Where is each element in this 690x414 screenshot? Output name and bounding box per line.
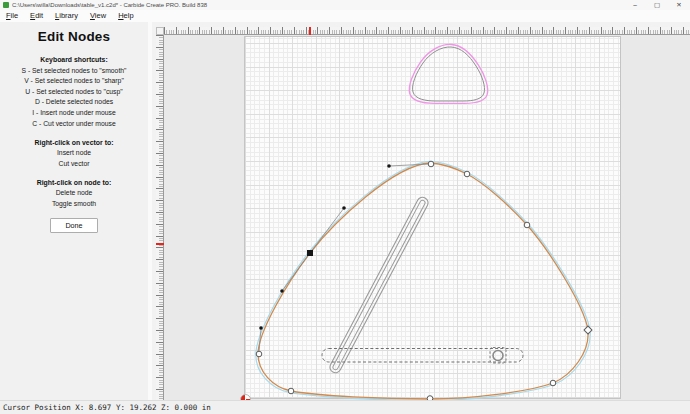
vector-context-heading: Right-click on vector to: [0,139,148,146]
shortcut-cusp: U - Set selected nodes to "cusp" [0,88,148,95]
path-node[interactable] [550,380,556,386]
handle-dot[interactable] [259,326,263,330]
window-controls: – ▢ ✕ [624,0,690,10]
path-node[interactable] [428,161,434,167]
node-context-heading: Right-click on node to: [0,179,148,186]
shortcuts-heading: Keyboard shortcuts: [0,56,148,63]
vertical-ruler [156,35,164,400]
design-canvas[interactable] [152,22,690,400]
vector-action-insert-node: Insert node [0,149,148,156]
shortcut-smooth: S - Set selected nodes to "smooth" [0,67,148,74]
node-handle-line[interactable] [389,164,429,166]
ruler-corner [156,27,164,35]
done-button[interactable]: Done [50,218,97,233]
status-bar: Cursor Position X: 8.697 Y: 19.262 Z: 0.… [0,400,690,414]
cursor-x-marker [309,27,311,35]
path-node[interactable] [524,222,530,228]
menu-help[interactable]: Help [112,10,139,22]
menu-library[interactable]: Library [49,10,84,22]
node-handle-line[interactable] [282,253,310,291]
slot-circle[interactable] [493,351,503,361]
handle-dot[interactable] [387,164,391,168]
shortcut-sharp: V - Set selected nodes to "sharp" [0,77,148,84]
small-pick-outline[interactable] [413,47,485,101]
node-action-delete-node: Delete node [0,189,148,196]
cursor-position-readout: Cursor Position X: 8.697 Y: 19.262 Z: 0.… [3,403,211,412]
node-action-toggle-smooth: Toggle smooth [0,200,148,207]
close-button[interactable]: ✕ [668,0,690,10]
minimize-button[interactable]: – [624,0,646,10]
selected-node[interactable] [307,250,313,256]
shortcut-delete: D - Delete selected nodes [0,98,148,105]
panel-title: Edit Nodes [0,29,148,44]
vector-main-outline[interactable] [258,163,588,399]
edit-nodes-panel: Edit Nodes Keyboard shortcuts: S - Set s… [0,22,148,400]
window-title: C:\Users\willa\Downloads\table_v1.c2d* -… [12,0,624,10]
path-node[interactable] [288,388,294,394]
menu-view[interactable]: View [84,10,112,22]
small-pick-highlight-outline[interactable] [409,44,487,103]
maximize-button[interactable]: ▢ [646,0,668,10]
handle-dot[interactable] [280,289,284,293]
shortcut-cut: C - Cut vector under mouse [0,120,148,127]
vector-action-cut-vector: Cut vector [0,160,148,167]
cursor-y-marker [156,243,164,245]
node-handle-line[interactable] [310,208,344,253]
path-node[interactable] [256,351,262,357]
menu-file[interactable]: File [0,10,24,22]
handle-dot[interactable] [342,206,346,210]
menu-edit[interactable]: Edit [24,10,49,22]
slanted-slot-inner[interactable] [332,199,426,370]
path-node[interactable] [464,171,470,177]
app-logo-icon [3,2,9,8]
horizontal-ruler [164,27,690,35]
canvas-svg [152,22,690,400]
shortcut-insert: I - Insert node under mouse [0,109,148,116]
